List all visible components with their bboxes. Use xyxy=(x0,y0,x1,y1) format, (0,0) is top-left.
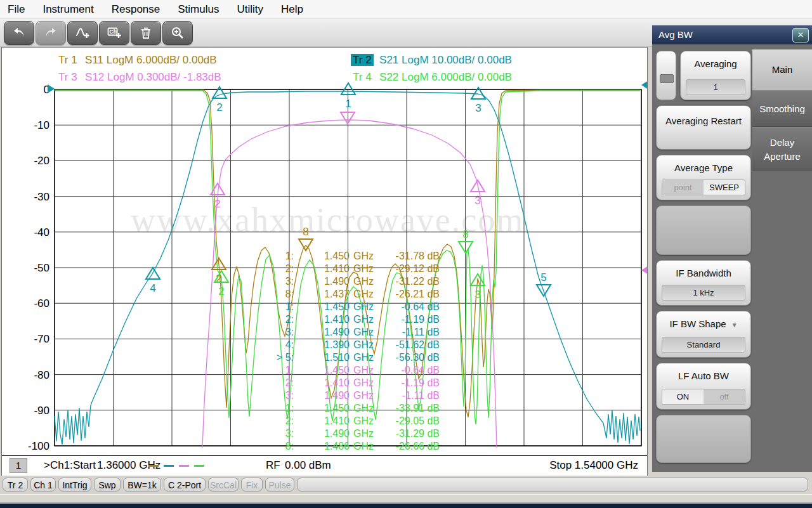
y-axis-tick: -90 xyxy=(34,405,49,417)
y-axis-tick: -10 xyxy=(34,119,49,131)
menu-item-instrument[interactable]: Instrument xyxy=(43,3,93,16)
y-axis-tick: -20 xyxy=(34,155,49,167)
marker-label: 2 xyxy=(216,101,222,114)
add-channel-button[interactable]: Ch xyxy=(99,21,129,45)
blank-button-1 xyxy=(656,205,751,255)
readout-frequency: 1.450 xyxy=(324,301,350,312)
readout-frequency: 1.486 xyxy=(324,441,350,452)
stop-value[interactable]: Stop 1.54000 GHz xyxy=(549,459,638,472)
y-axis-tick: -50 xyxy=(34,262,49,274)
marker-label: 2 xyxy=(218,285,224,297)
ref-level-arrow[interactable] xyxy=(48,84,55,93)
legend-tr1[interactable]: Tr 1 S11 LogM 6.000dB/ 0.00dB xyxy=(56,54,217,67)
menu-item-help[interactable]: Help xyxy=(281,3,303,16)
average-type-point-option[interactable]: point xyxy=(662,180,704,195)
if-bw-shape-button[interactable]: IF BW Shape▼ Standard xyxy=(656,311,751,358)
readout-unit: GHz xyxy=(353,263,374,274)
readout-frequency: 1.450 xyxy=(324,403,350,414)
add-trace-button[interactable] xyxy=(67,21,98,45)
readout-unit: GHz xyxy=(353,289,374,299)
status-tr-2[interactable]: Tr 2 xyxy=(3,478,28,492)
status-empty-slot xyxy=(297,478,808,492)
trace-id[interactable]: Tr 4 xyxy=(351,71,374,83)
averaging-restart-button[interactable]: Averaging Restart xyxy=(656,105,751,150)
readout-frequency: 1.437 xyxy=(324,289,350,299)
lf-auto-bw-on-option[interactable]: ON xyxy=(662,389,704,404)
y-axis-tick: -30 xyxy=(34,191,49,203)
tab-main[interactable]: Main xyxy=(752,49,812,90)
marker-label: 4 xyxy=(150,282,155,294)
status-bw-1k[interactable]: BW=1k xyxy=(123,478,161,492)
trace-id[interactable]: Tr 3 xyxy=(56,71,79,83)
average-type-sweep-option[interactable]: SWEEP xyxy=(704,180,745,195)
readout-value: -51.62 dB xyxy=(396,339,440,350)
readout-marker-num: 3: xyxy=(285,428,294,439)
panel-title: Avg BW xyxy=(652,25,812,44)
trace-id[interactable]: Tr 1 xyxy=(56,54,79,66)
menu-item-stimulus[interactable]: Stimulus xyxy=(178,3,219,16)
menu-item-file[interactable]: File xyxy=(8,3,25,16)
window-bottom-edge xyxy=(0,504,812,508)
readout-value: -29.05 dB xyxy=(396,415,440,426)
lf-auto-bw-button[interactable]: LF Auto BW ON off xyxy=(656,363,751,410)
legend-tr3[interactable]: Tr 3 S12 LogM 0.300dB/ -1.83dB xyxy=(56,71,221,84)
menu-item-response[interactable]: Response xyxy=(112,3,160,16)
marker-label: 2 xyxy=(214,198,220,210)
trace-curve-tr3 xyxy=(202,120,497,448)
zoom-button[interactable] xyxy=(162,21,193,45)
zoom-icon xyxy=(169,25,186,41)
average-type-button[interactable]: Average Type point SWEEP xyxy=(656,155,751,200)
marker-label: 3 xyxy=(475,289,480,301)
status-pulse: Pulse xyxy=(265,478,294,492)
readout-value: -26.21 dB xyxy=(396,289,440,299)
tab-smoothing[interactable]: Smoothing xyxy=(752,90,812,127)
if-bandwidth-button[interactable]: IF Bandwidth 1 kHz xyxy=(656,260,751,306)
averaging-value: 1 xyxy=(686,79,745,95)
close-icon[interactable]: ✕ xyxy=(792,28,809,42)
readout-value: -56.30 dB xyxy=(396,352,440,363)
ref-level-arrow[interactable] xyxy=(641,266,647,275)
averaging-label: Averaging xyxy=(681,51,750,70)
status-srccal: SrcCal xyxy=(208,478,239,492)
redo-button[interactable] xyxy=(36,21,66,45)
readout-marker-num: > 5: xyxy=(277,352,294,363)
tab-delay-aperture[interactable]: Delay Aperture xyxy=(752,127,812,171)
lf-auto-bw-off-option[interactable]: off xyxy=(704,389,745,404)
readout-value: -0.64 dB xyxy=(402,365,440,375)
channel-number-badge[interactable]: 1 xyxy=(10,458,27,473)
trace-id[interactable]: Tr 2 xyxy=(351,54,374,66)
marker-8[interactable] xyxy=(299,239,313,251)
lf-auto-bw-label: LF Auto BW xyxy=(657,363,750,382)
marker-2[interactable] xyxy=(213,87,226,98)
add-channel-icon: Ch xyxy=(106,25,122,41)
svg-text:Ch: Ch xyxy=(110,29,117,35)
trace-format-label: S12 LogM 0.300dB/ -1.83dB xyxy=(79,71,221,83)
marker-label: 1 xyxy=(345,98,351,110)
status-ch-1[interactable]: Ch 1 xyxy=(30,478,56,492)
start-label[interactable]: Start xyxy=(73,459,96,472)
readout-marker-num: 1: xyxy=(285,251,294,261)
trace-format-label: S22 LogM 6.000dB/ 0.00dB xyxy=(374,71,512,83)
y-axis-tick: -80 xyxy=(34,369,49,381)
readout-unit: GHz xyxy=(353,377,374,388)
readout-frequency: 1.410 xyxy=(324,377,350,388)
undo-button[interactable] xyxy=(4,21,34,45)
averaging-button[interactable]: Averaging 1 xyxy=(680,51,751,100)
average-type-label: Average Type xyxy=(657,155,750,174)
readout-marker-num: 2: xyxy=(285,415,294,426)
ref-level-arrow[interactable] xyxy=(641,81,647,89)
status-c-2-port[interactable]: C 2-Port xyxy=(164,478,206,492)
averaging-toggle-button[interactable] xyxy=(656,51,676,100)
legend-tr4[interactable]: Tr 4 S22 LogM 6.000dB/ 0.00dB xyxy=(351,71,512,84)
readout-frequency: 1.410 xyxy=(324,314,350,325)
delete-button[interactable] xyxy=(131,21,161,45)
readout-value: -33.91 dB xyxy=(396,403,440,414)
readout-unit: GHz xyxy=(353,352,374,363)
rf-power-value[interactable]: 0.00 dBm xyxy=(285,459,331,472)
status-swp[interactable]: Swp xyxy=(94,478,121,492)
readout-marker-num: 4: xyxy=(285,339,294,350)
status-fix: Fix xyxy=(241,478,263,492)
menu-item-utility[interactable]: Utility xyxy=(237,3,263,16)
status-inttrig[interactable]: IntTrig xyxy=(58,478,91,492)
legend-tr2[interactable]: Tr 2 S21 LogM 10.00dB/ 0.00dB xyxy=(351,54,512,67)
